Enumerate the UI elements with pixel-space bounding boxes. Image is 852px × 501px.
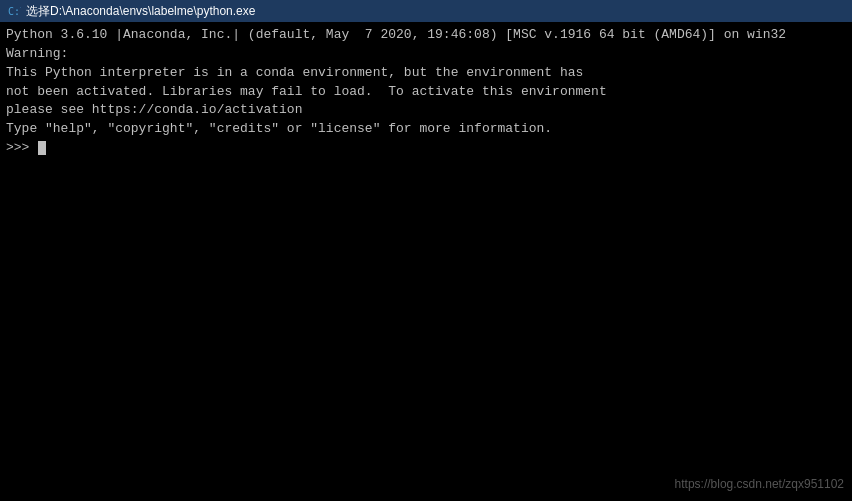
cursor	[38, 141, 46, 155]
title-bar-text: 选择D:\Anaconda\envs\labelme\python.exe	[26, 3, 255, 20]
watermark: https://blog.csdn.net/zqx951102	[675, 476, 844, 493]
terminal-line-1: Python 3.6.10 |Anaconda, Inc.| (default,…	[6, 26, 846, 45]
terminal-line-4: This Python interpreter is in a conda en…	[6, 64, 846, 83]
terminal-line-8: Type "help", "copyright", "credits" or "…	[6, 120, 846, 139]
terminal-line-warning: Warning:	[6, 45, 846, 64]
cmd-icon: C:\	[6, 3, 22, 19]
title-bar: C:\ 选择D:\Anaconda\envs\labelme\python.ex…	[0, 0, 852, 22]
terminal-line-6: please see https://conda.io/activation	[6, 101, 846, 120]
terminal-window: C:\ 选择D:\Anaconda\envs\labelme\python.ex…	[0, 0, 852, 501]
prompt-text: >>>	[6, 139, 37, 158]
svg-text:C:\: C:\	[8, 6, 21, 17]
prompt-line: >>>	[6, 139, 846, 158]
terminal-body[interactable]: Python 3.6.10 |Anaconda, Inc.| (default,…	[0, 22, 852, 501]
terminal-line-5: not been activated. Libraries may fail t…	[6, 83, 846, 102]
